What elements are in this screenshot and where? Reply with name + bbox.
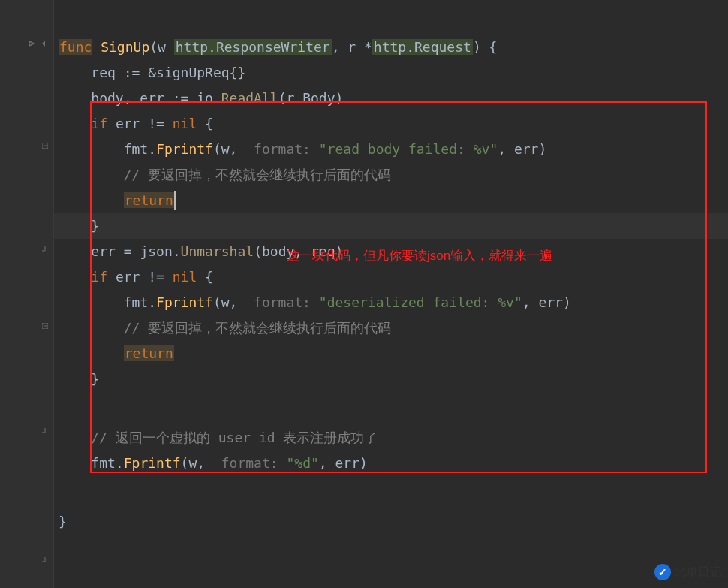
- code-line: fmt.Fprintf(w, format: "deserialized fai…: [59, 290, 728, 315]
- code-line: }: [59, 213, 728, 239]
- code-line: fmt.Fprintf(w, format: "%d", err): [59, 451, 728, 476]
- code-line: }: [59, 509, 728, 535]
- code-line: func SignUp(w http.ResponseWriter, r *ht…: [59, 35, 728, 60]
- fold-start-icon[interactable]: [27, 39, 36, 48]
- text-cursor: [174, 191, 176, 210]
- code-line: body, err := io.ReadAll(r.Body): [59, 86, 728, 111]
- fold-icon[interactable]: [41, 321, 50, 330]
- code-line: fmt.Fprintf(w, format: "read body failed…: [59, 137, 728, 162]
- code-line: err = json.Unmarshal(body, req): [59, 239, 728, 264]
- code-line: if err != nil {: [59, 264, 728, 290]
- code-line: // 要返回掉，不然就会继续执行后面的代码: [59, 315, 728, 341]
- fold-end-icon[interactable]: [41, 245, 50, 254]
- code-line: // 要返回掉，不然就会继续执行后面的代码: [59, 162, 728, 188]
- editor-gutter: [0, 0, 54, 588]
- fold-end-icon[interactable]: [41, 427, 50, 436]
- fold-icon[interactable]: [41, 141, 50, 150]
- code-line: if err != nil {: [59, 111, 728, 137]
- code-line: [59, 476, 728, 509]
- watermark-icon: ✓: [654, 564, 671, 580]
- code-line: return: [59, 188, 728, 213]
- code-line: // 返回一个虚拟的 user id 表示注册成功了: [59, 425, 728, 451]
- fold-end-icon[interactable]: [41, 556, 50, 565]
- code-line: return: [59, 341, 728, 366]
- watermark-text: 北单日记: [674, 561, 722, 583]
- code-line: }: [59, 366, 728, 392]
- code-line: req := &signUpReq{}: [59, 60, 728, 86]
- code-editor[interactable]: func SignUp(w http.ResponseWriter, r *ht…: [59, 35, 728, 535]
- code-line: [59, 392, 728, 425]
- fold-icon[interactable]: [41, 39, 50, 48]
- watermark: ✓ 北单日记: [654, 561, 722, 583]
